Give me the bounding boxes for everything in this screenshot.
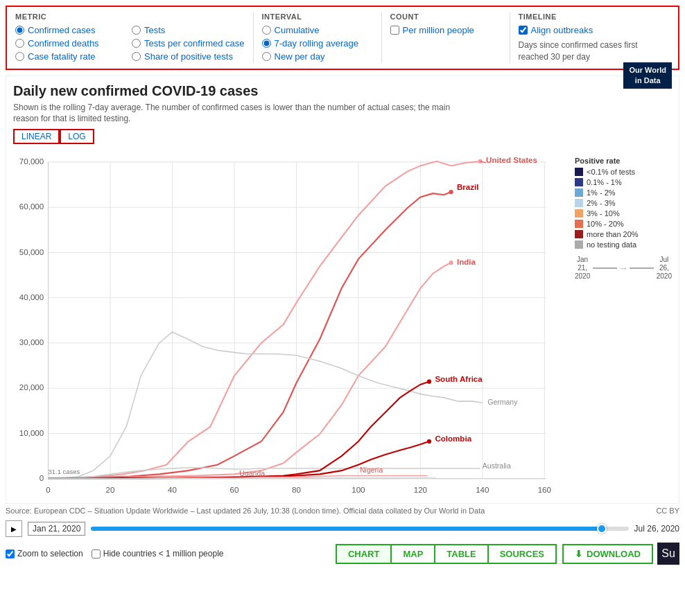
bottom-controls: Zoom to selection Hide countries < 1 mil…: [6, 543, 679, 565]
svg-text:10,000: 10,000: [19, 429, 44, 437]
download-button[interactable]: ⬇ DOWNLOAD: [562, 544, 653, 564]
tab-sources[interactable]: SOURCES: [487, 544, 557, 564]
legend-item-1: 0.1% - 1%: [575, 178, 672, 186]
legend-label-0: <0.1% of tests: [587, 168, 635, 176]
legend-timeline-row: Jan21,2020 → Jul26,2020: [575, 256, 672, 281]
license-text: CC BY: [656, 507, 679, 515]
share-button[interactable]: Su: [657, 543, 679, 565]
svg-point-45: [427, 380, 431, 384]
timeline-align-outbreaks[interactable]: Align outbreaks: [519, 25, 670, 35]
svg-text:80: 80: [292, 486, 301, 494]
interval-new-per-day[interactable]: New per day: [262, 51, 373, 62]
svg-text:100: 100: [352, 486, 365, 494]
legend-color-7: [575, 240, 583, 249]
legend-color-1: [575, 178, 583, 186]
svg-text:60: 60: [230, 486, 239, 494]
bottom-tabs: CHART MAP TABLE SOURCES: [337, 544, 557, 564]
svg-text:Colombia: Colombia: [435, 434, 471, 443]
start-date-label: Jan 21, 2020: [28, 522, 85, 536]
tab-map[interactable]: MAP: [390, 544, 435, 564]
bottom-left: Zoom to selection Hide countries < 1 mil…: [6, 549, 337, 558]
svg-text:0: 0: [40, 474, 44, 482]
legend-label-7: no testing data: [587, 240, 636, 249]
divider-3: [510, 12, 510, 63]
svg-point-39: [449, 190, 453, 194]
zoom-label: Zoom to selection: [17, 549, 83, 558]
metric-tests[interactable]: Tests: [132, 25, 245, 35]
timeline-slider[interactable]: [91, 527, 628, 531]
legend-item-3: 2% - 3%: [575, 199, 672, 207]
chart-title: Daily new confirmed COVID-19 cases: [13, 83, 464, 99]
legend-item-7: no testing data: [575, 240, 672, 249]
chart-svg: 70,000 60,000 50,000 40,000 30,000 20,00…: [13, 150, 568, 500]
interval-cumulative[interactable]: Cumulative: [262, 25, 373, 35]
timeline-group: TIMELINE Align outbreaks Days since conf…: [519, 12, 670, 63]
count-per-million[interactable]: Per million people: [390, 25, 501, 35]
slider-thumb[interactable]: [597, 524, 607, 534]
svg-text:30,000: 30,000: [19, 338, 44, 346]
svg-text:Uganda: Uganda: [239, 469, 265, 477]
svg-text:20: 20: [106, 486, 115, 494]
interval-rolling-7day[interactable]: 7-day rolling average: [262, 38, 373, 49]
svg-text:Germany: Germany: [487, 398, 518, 407]
svg-text:120: 120: [414, 486, 427, 494]
count-label: COUNT: [390, 12, 501, 21]
source-bar: Source: European CDC – Situation Update …: [6, 507, 679, 515]
legend-color-4: [575, 209, 583, 218]
interval-group: INTERVAL Cumulative 7-day rolling averag…: [262, 12, 373, 63]
svg-text:India: India: [457, 258, 476, 266]
chart-subtitle: Shown is the rolling 7-day average. The …: [13, 102, 464, 125]
metric-label: METRIC: [15, 12, 126, 21]
divider-1: [253, 12, 254, 63]
play-icon: ▶: [11, 525, 17, 533]
metric-group-2: Tests Tests per confirmed case Share of …: [132, 25, 245, 63]
timeline-desc: Days since confirmed cases first reached…: [519, 39, 670, 63]
log-btn[interactable]: LOG: [60, 129, 94, 144]
timeline-label: TIMELINE: [519, 12, 670, 21]
legend-item-5: 10% - 20%: [575, 220, 672, 228]
legend-color-3: [575, 199, 583, 207]
chart-container: Daily new confirmed COVID-19 cases Shown…: [6, 76, 679, 504]
legend-item-0: <0.1% of tests: [575, 168, 672, 176]
zoom-to-selection[interactable]: Zoom to selection: [6, 549, 83, 558]
svg-text:31.1 cases: 31.1 cases: [49, 468, 80, 476]
legend-label-4: 3% - 10%: [587, 209, 620, 218]
share-icon: Su: [661, 547, 675, 560]
metric-tests-per-confirmed[interactable]: Tests per confirmed case: [132, 38, 245, 49]
legend-color-5: [575, 220, 583, 228]
svg-text:70,000: 70,000: [19, 157, 44, 166]
linear-btn[interactable]: LINEAR: [13, 129, 60, 144]
source-text: Source: European CDC – Situation Update …: [6, 507, 485, 515]
owid-badge: Our World in Data: [623, 62, 672, 89]
tab-chart[interactable]: CHART: [336, 544, 392, 564]
controls-panel: METRIC Confirmed cases Confirmed deaths …: [6, 6, 679, 70]
svg-text:20,000: 20,000: [19, 384, 44, 392]
metric-confirmed-deaths[interactable]: Confirmed deaths: [15, 38, 126, 49]
svg-text:Nigeria: Nigeria: [360, 466, 383, 474]
scale-buttons: LINEAR LOG: [13, 129, 672, 144]
legend-timeline: Jan21,2020 → Jul26,2020: [575, 256, 672, 281]
metric-case-fatality[interactable]: Case fatality rate: [15, 51, 126, 62]
download-icon: ⬇: [575, 549, 582, 559]
hide-countries[interactable]: Hide countries < 1 million people: [92, 549, 224, 558]
metric-group-1: METRIC Confirmed cases Confirmed deaths …: [15, 12, 126, 63]
legend-title: Positive rate: [575, 157, 672, 165]
metric-share-positive[interactable]: Share of positive tests: [132, 51, 245, 62]
legend-label-2: 1% - 2%: [587, 188, 616, 197]
download-label: DOWNLOAD: [587, 549, 641, 559]
svg-text:140: 140: [476, 486, 489, 494]
end-date-label: Jul 26, 2020: [634, 524, 679, 534]
legend-color-6: [575, 230, 583, 238]
svg-text:60,000: 60,000: [19, 203, 44, 211]
play-button[interactable]: ▶: [6, 520, 22, 537]
svg-point-47: [427, 439, 431, 443]
playback-bar: ▶ Jan 21, 2020 Jul 26, 2020: [6, 518, 679, 540]
svg-text:Australia: Australia: [483, 461, 511, 470]
interval-label: INTERVAL: [262, 12, 373, 21]
timeline-from-label: Jan21,2020: [575, 256, 590, 281]
metric-confirmed-cases[interactable]: Confirmed cases: [15, 25, 126, 35]
legend-label-5: 10% - 20%: [587, 220, 624, 228]
svg-text:United States: United States: [486, 156, 537, 164]
svg-text:40,000: 40,000: [19, 293, 44, 301]
tab-table[interactable]: TABLE: [434, 544, 488, 564]
